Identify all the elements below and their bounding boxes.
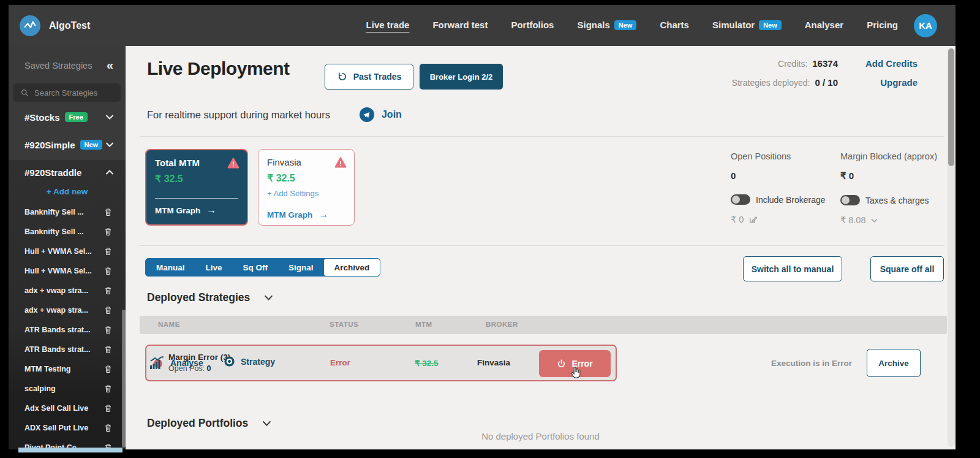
nav-item-simulator[interactable]: SimulatorNew — [712, 20, 782, 31]
strategy-groups: #StocksFree#920SimpleNew — [9, 105, 126, 157]
open-positions-label: Open Positions — [731, 151, 826, 161]
tab-live[interactable]: Live — [195, 259, 233, 276]
square-off-all-button[interactable]: Square off all — [870, 256, 944, 281]
delete-strategy-button[interactable] — [104, 424, 112, 432]
nav-item-forward-test[interactable]: Forward test — [432, 20, 488, 31]
nav-item-label: Portfolios — [511, 20, 554, 30]
delete-strategy-button[interactable] — [104, 208, 112, 216]
join-link[interactable]: Join — [382, 109, 402, 120]
upgrade-link[interactable]: Upgrade — [861, 77, 918, 88]
delete-strategy-button[interactable] — [104, 384, 112, 393]
delete-strategy-button[interactable] — [104, 326, 112, 334]
scrollbar-thumb[interactable] — [948, 48, 954, 166]
chevron-down-icon[interactable] — [870, 216, 878, 224]
column-header-status: STATUS — [330, 321, 358, 328]
page-scrollbar[interactable] — [948, 48, 955, 447]
top-nav: AlgoTest Live tradeForward testPortfolio… — [9, 5, 956, 46]
analyse-button[interactable]: Analyse — [149, 356, 203, 370]
mtm-graph-link[interactable]: MTM Graph → — [155, 205, 238, 216]
strategy-list-item[interactable]: Hull + VWMA Sel... — [9, 242, 126, 261]
chevron-down-icon[interactable] — [263, 292, 274, 303]
strategy-label: Strategy — [241, 357, 275, 367]
total-mtm-card[interactable]: Total MTM ₹ 32.5 MTM Graph → — [145, 149, 248, 226]
strategy-group-920simple[interactable]: #920SimpleNew — [9, 132, 126, 157]
delete-strategy-button[interactable] — [104, 345, 112, 354]
deployed-strategies-title: Deployed Strategies — [147, 291, 274, 304]
collapse-sidebar-icon[interactable]: « — [107, 58, 113, 72]
edit-icon[interactable] — [748, 215, 758, 224]
analyse-label: Analyse — [170, 358, 203, 368]
add-credits-link[interactable]: Add Credits — [861, 58, 918, 69]
strategy-list-item[interactable]: ADX Sell Put Live — [9, 418, 126, 438]
strategy-list-item[interactable]: Banknifty Sell ... — [9, 222, 126, 242]
add-settings-link[interactable]: + Add Settings — [267, 189, 345, 198]
strategy-group-stocks[interactable]: #StocksFree — [9, 105, 126, 129]
user-avatar[interactable]: KA — [914, 14, 937, 37]
strategy-group-920straddle[interactable]: #920Straddle — [9, 160, 126, 185]
nav-item-analyser[interactable]: Analyser — [805, 20, 843, 31]
margin-blocked-block: Margin Blocked (approx) ₹ 0 Taxes & char… — [840, 151, 937, 225]
search-placeholder: Search Strategies — [34, 88, 97, 97]
chevron-down-icon[interactable] — [262, 418, 272, 429]
strategy-list-item[interactable]: Banknifty Sell ... — [9, 202, 126, 222]
archive-button[interactable]: Archive — [867, 349, 921, 377]
delete-strategy-button[interactable] — [104, 247, 112, 256]
delete-strategy-button[interactable] — [104, 227, 112, 236]
past-trades-label: Past Trades — [353, 72, 402, 82]
new-badge: New — [759, 20, 782, 30]
finvasia-mtm-card[interactable]: Finvasia ₹ 32.5 + Add Settings MTM Graph… — [258, 149, 355, 226]
add-new-strategy-button[interactable]: + Add new — [9, 185, 126, 202]
credits-block: Credits: 16374 Add Credits Strategies de… — [732, 58, 918, 88]
brand[interactable]: AlgoTest — [20, 15, 90, 36]
strategy-row[interactable]: Margin Error (3) Open Pos: 0 Error ₹ 32.… — [145, 345, 617, 381]
delete-strategy-button[interactable] — [104, 286, 112, 295]
tab-sq-off[interactable]: Sq Off — [233, 259, 279, 276]
expanded-group: #920Straddle + Add new Banknifty Sell ..… — [9, 160, 126, 449]
trash-icon — [104, 306, 112, 315]
strategy-list-item[interactable]: MTM Testing — [9, 359, 126, 379]
strategy-list-item[interactable]: ATR Bands strat... — [9, 340, 126, 359]
tab-signal[interactable]: Signal — [278, 259, 324, 276]
tab-archived[interactable]: Archived — [324, 259, 380, 276]
nav-item-charts[interactable]: Charts — [660, 20, 689, 31]
delete-strategy-button[interactable] — [104, 267, 112, 275]
broker-login-button[interactable]: Broker Login 2/2 — [420, 64, 503, 90]
tab-manual[interactable]: Manual — [146, 259, 195, 276]
strategy-list-item[interactable]: Hull + VWMA Sel... — [9, 261, 126, 281]
include-brokerage-toggle[interactable] — [731, 194, 750, 205]
past-trades-button[interactable]: Past Trades — [325, 64, 413, 90]
nav-item-pricing[interactable]: Pricing — [867, 20, 898, 31]
strategy-button[interactable]: Strategy — [224, 356, 275, 367]
strategy-list-item[interactable]: ATR Bands strat... — [9, 320, 126, 340]
nav-item-signals[interactable]: SignalsNew — [577, 20, 636, 31]
strategy-list-item[interactable]: adx + vwap stra... — [9, 281, 126, 300]
delete-strategy-button[interactable] — [104, 306, 112, 315]
nav-item-live-trade[interactable]: Live trade — [366, 20, 410, 31]
new-badge: New — [614, 20, 637, 30]
status-error-text: Error — [330, 358, 350, 367]
strategy-list-item[interactable]: scalping — [9, 379, 126, 399]
card-title: Total MTM — [155, 158, 238, 168]
strategy-list-item[interactable]: adx + vwap stra... — [9, 300, 126, 320]
telegram-icon[interactable] — [360, 107, 374, 122]
trash-icon — [104, 326, 112, 334]
strategy-list-item[interactable]: Adx Sell Call Live — [9, 399, 126, 418]
taxes-charges-toggle[interactable] — [840, 195, 860, 205]
mtm-graph-link[interactable]: MTM Graph → — [267, 209, 345, 220]
nav-item-label: Simulator — [712, 20, 755, 30]
analyse-chart-icon — [149, 356, 165, 370]
credits-value: 16374 — [812, 58, 838, 69]
deployment-mode-tabs: ManualLiveSq OffSignalArchived — [145, 258, 380, 277]
delete-strategy-button[interactable] — [104, 365, 112, 373]
search-strategies-input[interactable]: Search Strategies — [13, 83, 121, 102]
trash-icon — [104, 424, 112, 432]
section-title-label: Deployed Portfolios — [147, 417, 248, 430]
switch-all-to-manual-button[interactable]: Switch all to manual — [743, 256, 842, 281]
delete-strategy-button[interactable] — [104, 404, 112, 413]
bottom-blue-strip — [18, 448, 123, 452]
nav-item-portfolios[interactable]: Portfolios — [511, 20, 554, 31]
mtm-value: ₹ 32.5 — [155, 173, 238, 185]
sidebar-title: Saved Strategies — [24, 61, 92, 71]
group-badge: Free — [65, 112, 88, 122]
mtm-cards: Total MTM ₹ 32.5 MTM Graph → Finvasia — [145, 149, 355, 226]
